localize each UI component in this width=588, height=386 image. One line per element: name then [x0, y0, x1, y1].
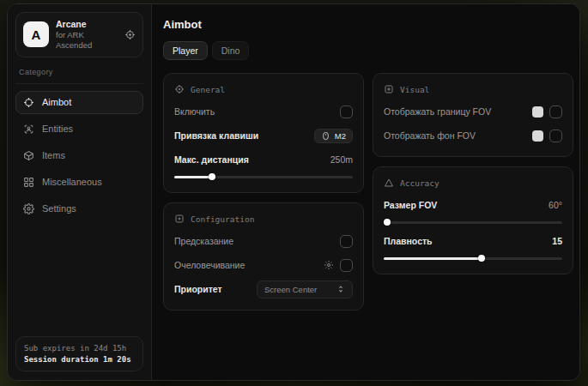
fov-size-value: 60°	[549, 200, 562, 210]
target-icon[interactable]	[124, 29, 136, 40]
app-name: Arcane	[56, 19, 118, 30]
visual-frame-icon	[384, 84, 394, 94]
keybind-button[interactable]: M2	[314, 129, 353, 143]
sidebar-item-label: Items	[42, 150, 65, 160]
sidebar-item-aimbot[interactable]: Aimbot	[15, 91, 143, 114]
enable-row: Включить	[174, 101, 353, 122]
panel-configuration: Configuration Предсказание Очеловечивани…	[163, 202, 364, 311]
smoothness-row: Плавность 15	[384, 231, 562, 251]
keybind-value: M2	[335, 131, 346, 141]
sidebar-item-label: Settings	[42, 203, 76, 214]
panel-visual: Visual Отображать границу FOV Отображать…	[373, 73, 573, 157]
panel-title: Configuration	[191, 214, 254, 224]
max-distance-row: Макс. дистанция 250m	[174, 149, 353, 170]
crosshair-icon	[23, 97, 34, 108]
triangle-icon	[384, 178, 394, 188]
slider-fill[interactable]	[174, 176, 212, 178]
panel-title: Accuracy	[400, 178, 439, 188]
smoothness-slider[interactable]	[384, 253, 562, 263]
chevron-up-down-icon	[336, 285, 345, 293]
humanize-label: Очеловечивание	[174, 260, 245, 270]
slider-fill[interactable]	[384, 221, 387, 224]
sidebar-item-entities[interactable]: Entities	[15, 118, 143, 141]
sidebar-item-miscellaneous[interactable]: Miscellaneous	[15, 171, 143, 194]
page-title: Aimbot	[163, 18, 573, 31]
gear-icon	[23, 203, 34, 214]
sidebar-item-label: Aimbot	[42, 97, 71, 107]
humanize-settings-gear-icon[interactable]	[324, 260, 334, 270]
app-header-card: A Arcane for ARK Ascended	[15, 12, 143, 57]
category-label: Category	[15, 66, 143, 84]
panel-title: Visual	[400, 85, 429, 94]
panel-accuracy: Accuracy Размер FOV 60° Плавность 15	[373, 166, 573, 274]
priority-selected-value: Screen Center	[264, 285, 317, 294]
keybind-row: Привязка клавиши M2	[174, 125, 353, 146]
smoothness-label: Плавность	[384, 236, 433, 246]
max-distance-label: Макс. дистанция	[174, 154, 249, 165]
panel-title: General	[191, 85, 225, 94]
box-icon	[23, 150, 34, 161]
app-window: A Arcane for ARK Ascended Category	[7, 3, 580, 381]
panel-general: General Включить Привязка клавиши	[163, 73, 364, 193]
fov-border-row: Отображать границу FOV	[384, 101, 562, 122]
entities-scan-icon	[23, 124, 34, 135]
humanize-checkbox[interactable]	[340, 259, 353, 272]
sidebar-item-settings[interactable]: Settings	[15, 197, 143, 220]
humanize-row: Очеловечивание	[174, 255, 353, 275]
session-duration-text: Session duration 1m 20s	[24, 355, 135, 364]
sidebar-nav: Aimbot Entities Items	[15, 91, 143, 220]
main-content: Aimbot Player Dino General	[152, 4, 580, 380]
priority-row: Приоритет Screen Center	[174, 279, 353, 299]
keybind-label: Привязка клавиши	[174, 130, 258, 141]
tab-bar: Player Dino	[163, 41, 573, 60]
sidebar-item-label: Entities	[42, 124, 73, 134]
max-distance-value: 250m	[330, 154, 353, 165]
prediction-row: Предсказание	[174, 231, 353, 251]
sidebar-item-items[interactable]: Items	[15, 144, 143, 167]
smoothness-value: 15	[552, 236, 562, 246]
fov-bg-row: Отображать фон FOV	[384, 125, 562, 146]
prediction-label: Предсказание	[174, 236, 233, 246]
tab-player[interactable]: Player	[163, 41, 208, 60]
priority-select[interactable]: Screen Center	[257, 280, 353, 299]
max-distance-slider[interactable]	[174, 172, 353, 182]
priority-label: Приоритет	[174, 284, 222, 294]
fov-border-label: Отображать границу FOV	[384, 106, 491, 117]
app-subtitle: for ARK Ascended	[56, 30, 118, 51]
fov-size-row: Размер FOV 60°	[384, 195, 562, 215]
fov-size-slider[interactable]	[384, 217, 562, 227]
scope-icon	[174, 84, 185, 94]
prediction-checkbox[interactable]	[340, 235, 353, 248]
sidebar: A Arcane for ARK Ascended Category	[8, 4, 152, 380]
grid-icon	[23, 177, 34, 188]
subscription-info-card: Sub expires in 24d 15h Session duration …	[15, 336, 143, 371]
enable-checkbox[interactable]	[340, 106, 353, 118]
config-box-icon	[174, 214, 185, 224]
fov-border-checkbox[interactable]	[549, 106, 562, 118]
mouse-icon	[321, 131, 330, 141]
fov-bg-color-swatch[interactable]	[532, 130, 543, 142]
fov-border-color-swatch[interactable]	[532, 106, 543, 118]
fov-bg-checkbox[interactable]	[549, 130, 562, 142]
tab-dino[interactable]: Dino	[212, 41, 250, 60]
app-logo: A	[23, 21, 49, 47]
sidebar-item-label: Miscellaneous	[42, 177, 102, 187]
sub-expires-text: Sub expires in 24d 15h	[24, 344, 135, 353]
fov-size-label: Размер FOV	[384, 200, 437, 210]
slider-fill[interactable]	[384, 257, 482, 260]
fov-bg-label: Отображать фон FOV	[384, 130, 476, 141]
enable-label: Включить	[174, 106, 215, 117]
